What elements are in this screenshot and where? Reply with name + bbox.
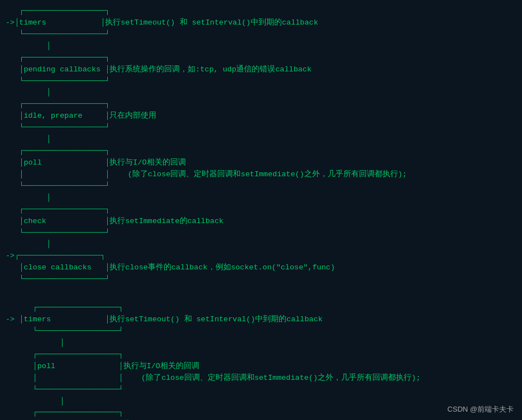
diagram-section-2: ┌──────────────────┐ -> │timers │执行setTi…	[6, 302, 516, 420]
main-container: ┌──────────────────┐ ->│timers │执行setTim…	[0, 0, 522, 420]
watermark-text: CSDN @前端卡夫卡	[447, 404, 514, 414]
section-divider	[6, 286, 516, 302]
diagram-section-1: ┌──────────────────┐ ->│timers │执行setTim…	[6, 6, 516, 286]
